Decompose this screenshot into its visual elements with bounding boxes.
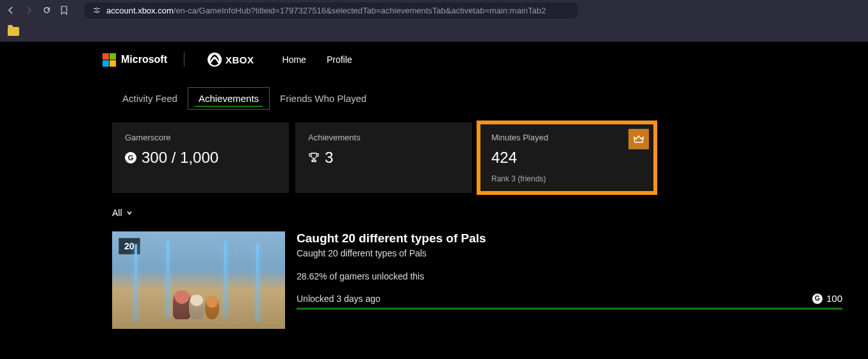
bookmark-folder-icon[interactable]	[8, 27, 19, 36]
achievement-desc: Caught 20 different types of Pals	[297, 248, 842, 258]
achievement-details: Caught 20 different types of Pals Caught…	[297, 231, 868, 329]
svg-point-2	[95, 8, 97, 10]
refresh-icon[interactable]	[42, 6, 51, 15]
minutes-value: 424	[491, 149, 517, 167]
gamerscore-value: 300 / 1,000	[142, 149, 218, 167]
achievement-title: Caught 20 different types of Pals	[297, 231, 842, 246]
filter-label: All	[112, 208, 122, 218]
nav-back-icon[interactable]	[6, 6, 15, 15]
svg-rect-3	[94, 12, 96, 12]
tab-achievements[interactable]: Achievements	[188, 87, 270, 110]
site-settings-icon[interactable]	[92, 6, 101, 15]
crown-badge	[628, 129, 649, 149]
achievement-unlocked: Unlocked 3 days ago	[297, 294, 381, 304]
site-header: Microsoft XBOX Home Profile	[0, 44, 868, 76]
xbox-icon	[208, 53, 222, 67]
trophy-icon	[308, 149, 320, 167]
stats-row: Gamerscore G 300 / 1,000 Achievements 3 …	[0, 110, 868, 193]
achievement-pct: 28.62% of gamers unlocked this	[297, 271, 842, 281]
svg-rect-1	[97, 8, 100, 9]
url-bar[interactable]: account.xbox.com/en-ca/GameInfoHub?title…	[85, 3, 578, 19]
bookmarks-bar	[0, 21, 868, 44]
minutes-rank: Rank 3 (friends)	[491, 174, 643, 183]
stat-gamerscore: Gamerscore G 300 / 1,000	[112, 122, 289, 193]
svg-point-5	[96, 11, 98, 13]
achievement-progress-bar	[297, 308, 842, 310]
microsoft-label: Microsoft	[121, 54, 167, 65]
xbox-label: XBOX	[225, 54, 254, 65]
browser-toolbar: account.xbox.com/en-ca/GameInfoHub?title…	[0, 0, 868, 21]
nav-home[interactable]: Home	[283, 54, 306, 65]
minutes-label: Minutes Played	[491, 133, 643, 142]
chevron-down-icon	[126, 210, 133, 216]
gamerscore-icon: G	[125, 152, 136, 163]
achievement-item[interactable]: 20 Caught 20 different types of Pals Cau…	[0, 219, 868, 329]
achievements-value: 3	[325, 149, 333, 167]
stat-achievements: Achievements 3	[295, 122, 472, 193]
tab-friends-played[interactable]: Friends Who Played	[270, 88, 377, 109]
url-text: account.xbox.com/en-ca/GameInfoHub?title…	[106, 6, 546, 15]
bookmark-icon[interactable]	[60, 5, 68, 15]
achievement-score: G 100	[812, 293, 842, 304]
gamerscore-label: Gamerscore	[125, 133, 276, 142]
stat-minutes-played: Minutes Played 424 Rank 3 (friends)	[479, 122, 655, 193]
microsoft-logo[interactable]: Microsoft	[102, 53, 167, 67]
game-tabs: Activity Feed Achievements Friends Who P…	[0, 76, 868, 110]
gamerscore-icon: G	[812, 294, 823, 304]
crown-icon	[632, 133, 645, 146]
xbox-logo[interactable]: XBOX	[208, 53, 254, 67]
header-divider	[184, 53, 184, 67]
tab-activity-feed[interactable]: Activity Feed	[112, 88, 188, 109]
achievements-label: Achievements	[308, 133, 459, 142]
nav-forward-icon[interactable]	[24, 6, 33, 15]
achievement-thumbnail: 20	[112, 231, 285, 329]
filter-dropdown[interactable]: All	[112, 208, 133, 218]
nav-profile[interactable]: Profile	[327, 54, 352, 65]
